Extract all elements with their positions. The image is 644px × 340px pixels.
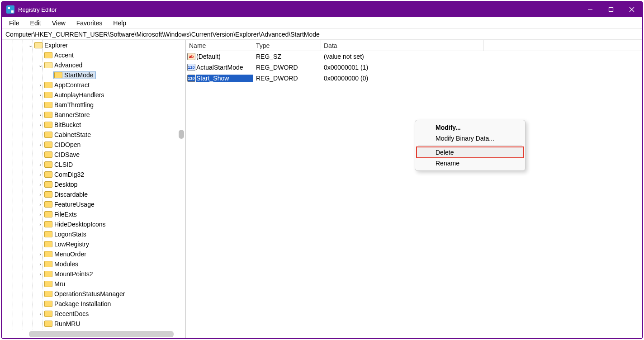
tree-advanced[interactable]: ⌄Advanced: [2, 60, 185, 70]
tree-label: FileExts: [54, 211, 77, 218]
folder-icon: [34, 42, 43, 48]
folder-icon: [44, 221, 52, 227]
folder-icon: [44, 321, 52, 327]
tree-label: CLSID: [54, 161, 73, 168]
tree-modules[interactable]: ›Modules: [2, 259, 185, 269]
tree-label: StartMode: [64, 71, 94, 79]
folder-icon: [44, 301, 52, 307]
tree-accent[interactable]: Accent: [2, 50, 185, 60]
tree-cabinetstate[interactable]: CabinetState: [2, 130, 185, 140]
tree-desktop[interactable]: ›Desktop: [2, 179, 185, 189]
menu-view[interactable]: View: [47, 19, 70, 28]
tree-discardable[interactable]: ›Discardable: [2, 189, 185, 199]
context-modify[interactable]: Modify...: [417, 122, 524, 133]
value-name: Start_Show: [196, 75, 253, 82]
menu-file[interactable]: File: [5, 19, 24, 28]
folder-icon: [44, 311, 52, 317]
folder-icon: [44, 181, 52, 188]
tree-label: Accent: [54, 52, 74, 59]
value-row-1[interactable]: 110ActualStartModeREG_DWORD0x00000001 (1…: [185, 62, 642, 73]
column-name[interactable]: Name: [185, 40, 253, 51]
column-type[interactable]: Type: [253, 40, 321, 51]
folder-icon: [44, 241, 52, 247]
tree-label: Desktop: [54, 181, 77, 188]
tree-label: ComDlg32: [54, 171, 84, 178]
value-name: (Default): [196, 53, 253, 60]
tree-operationstatusmanager[interactable]: OperationStatusManager: [2, 289, 185, 299]
folder-icon: [44, 112, 52, 118]
value-type: REG_SZ: [253, 53, 321, 60]
tree-logonstats[interactable]: LogonStats: [2, 229, 185, 239]
tree-label: CIDSave: [54, 151, 80, 158]
dword-icon: 110: [187, 75, 195, 82]
tree-label: Advanced: [54, 61, 82, 69]
tree-label: BamThrottling: [54, 101, 94, 109]
menu-help[interactable]: Help: [109, 19, 131, 28]
tree-startmode[interactable]: StartMode: [2, 70, 185, 80]
tree-label: RecentDocs: [54, 310, 89, 317]
tree-label: RunMRU: [54, 320, 80, 327]
tree-pane[interactable]: ⌄ExplorerAccent⌄AdvancedStartMode›AppCon…: [2, 40, 185, 338]
context-delete[interactable]: Delete: [417, 147, 524, 158]
tree-fileexts[interactable]: ›FileExts: [2, 209, 185, 219]
value-name: ActualStartMode: [196, 64, 253, 71]
tree-lowregistry[interactable]: LowRegistry: [2, 239, 185, 249]
titlebar[interactable]: Registry Editor: [2, 2, 642, 17]
tree-label: BannerStore: [54, 111, 90, 118]
column-data[interactable]: Data: [321, 40, 484, 51]
tree-bamthrottling[interactable]: BamThrottling: [2, 100, 185, 110]
folder-icon: [44, 102, 52, 108]
address-bar[interactable]: Computer\HKEY_CURRENT_USER\Software\Micr…: [2, 29, 642, 40]
folder-icon: [44, 132, 52, 138]
tree-autoplayhandlers[interactable]: ›AutoplayHandlers: [2, 90, 185, 100]
tree-menuorder[interactable]: ›MenuOrder: [2, 249, 185, 259]
minimize-button[interactable]: [580, 2, 601, 17]
menu-edit[interactable]: Edit: [26, 19, 46, 28]
tree-featureusage[interactable]: ›FeatureUsage: [2, 199, 185, 209]
value-type: REG_DWORD: [253, 64, 321, 71]
tree-label: HideDesktopIcons: [54, 221, 106, 228]
value-data: 0x00000001 (1): [321, 64, 484, 71]
tree-mru[interactable]: Mru: [2, 279, 185, 289]
tree-label: LowRegistry: [54, 241, 89, 248]
tree-horizontal-scrollbar[interactable]: [29, 331, 174, 337]
tree-label: Modules: [54, 260, 78, 268]
address-text: Computer\HKEY_CURRENT_USER\Software\Micr…: [5, 31, 320, 38]
tree-comdlg32[interactable]: ›ComDlg32: [2, 170, 185, 179]
tree-label: MenuOrder: [54, 250, 86, 258]
tree-cidsave[interactable]: CIDSave: [2, 150, 185, 160]
value-row-2[interactable]: 110Start_ShowREG_DWORD0x00000000 (0): [185, 73, 642, 84]
folder-icon: [44, 82, 52, 88]
list-pane[interactable]: Name Type Data ab(Default)REG_SZ(value n…: [185, 40, 642, 338]
tree-label: LogonStats: [54, 231, 86, 238]
value-row-0[interactable]: ab(Default)REG_SZ(value not set): [185, 51, 642, 62]
tree-mountpoints2[interactable]: ›MountPoints2: [2, 269, 185, 279]
tree-runmru[interactable]: RunMRU: [2, 319, 185, 329]
tree-recentdocs[interactable]: ›RecentDocs: [2, 309, 185, 319]
menubar: File Edit View Favorites Help: [2, 17, 642, 29]
tree-vertical-scrollbar[interactable]: [179, 130, 184, 139]
tree-appcontract[interactable]: ›AppContract: [2, 80, 185, 90]
tree-bannerstore[interactable]: ›BannerStore: [2, 110, 185, 120]
string-icon: ab: [187, 53, 195, 60]
context-rename[interactable]: Rename: [417, 158, 524, 169]
folder-icon: [44, 151, 52, 158]
tree-explorer[interactable]: ⌄Explorer: [2, 40, 185, 50]
maximize-button[interactable]: [601, 2, 621, 17]
tree-label: BitBucket: [54, 121, 81, 128]
context-modify-binary[interactable]: Modify Binary Data...: [417, 133, 524, 144]
folder-icon: [44, 231, 52, 237]
folder-icon: [44, 271, 52, 277]
folder-icon: [44, 142, 52, 148]
menu-favorites[interactable]: Favorites: [72, 19, 107, 28]
folder-icon: [44, 171, 52, 178]
tree-package-installation[interactable]: Package Installation: [2, 299, 185, 309]
content-area: ⌄ExplorerAccent⌄AdvancedStartMode›AppCon…: [2, 40, 642, 338]
tree-label: MountPoints2: [54, 270, 93, 278]
close-button[interactable]: [621, 2, 642, 17]
tree-bitbucket[interactable]: ›BitBucket: [2, 120, 185, 130]
tree-clsid[interactable]: ›CLSID: [2, 160, 185, 170]
tree-label: Discardable: [54, 191, 88, 198]
tree-cidopen[interactable]: ›CIDOpen: [2, 140, 185, 150]
tree-hidedesktopicons[interactable]: ›HideDesktopIcons: [2, 219, 185, 229]
